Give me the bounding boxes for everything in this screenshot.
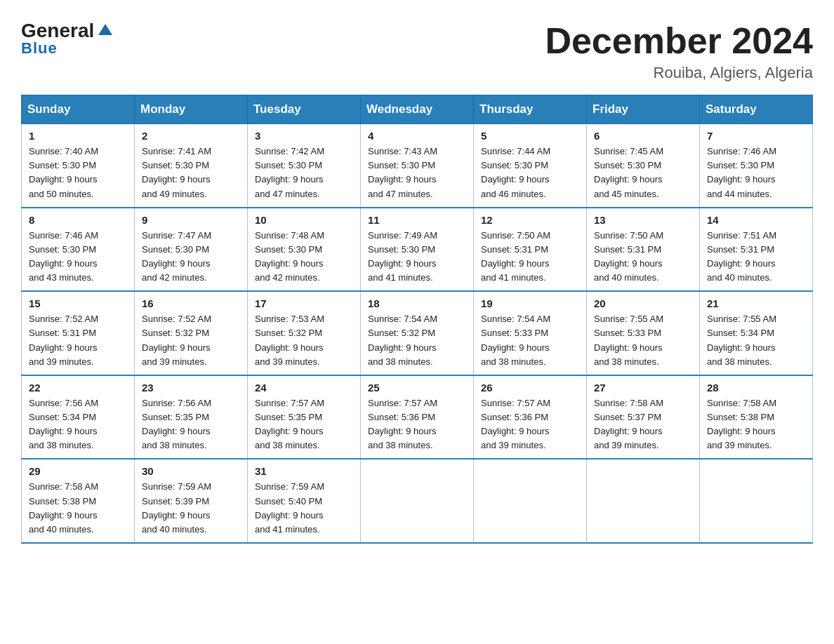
day-number: 5 <box>481 130 579 142</box>
calendar-cell: 31Sunrise: 7:59 AMSunset: 5:40 PMDayligh… <box>248 459 361 543</box>
day-number: 25 <box>368 382 466 394</box>
day-info: Sunrise: 7:52 AMSunset: 5:32 PMDaylight:… <box>142 312 240 369</box>
day-info: Sunrise: 7:46 AMSunset: 5:30 PMDaylight:… <box>29 229 127 286</box>
calendar-cell: 16Sunrise: 7:52 AMSunset: 5:32 PMDayligh… <box>135 291 248 375</box>
col-header-monday: Monday <box>135 95 248 124</box>
col-header-sunday: Sunday <box>22 95 135 124</box>
day-info: Sunrise: 7:54 AMSunset: 5:33 PMDaylight:… <box>481 312 579 369</box>
day-info: Sunrise: 7:46 AMSunset: 5:30 PMDaylight:… <box>707 145 805 201</box>
day-number: 6 <box>594 130 692 142</box>
col-header-friday: Friday <box>587 95 700 124</box>
calendar-cell: 3Sunrise: 7:42 AMSunset: 5:30 PMDaylight… <box>248 124 361 208</box>
day-info: Sunrise: 7:56 AMSunset: 5:35 PMDaylight:… <box>142 396 240 453</box>
day-number: 26 <box>481 382 579 394</box>
calendar-cell: 1Sunrise: 7:40 AMSunset: 5:30 PMDaylight… <box>22 124 135 208</box>
day-number: 16 <box>142 297 240 309</box>
day-number: 27 <box>594 382 692 394</box>
col-header-thursday: Thursday <box>474 95 587 124</box>
day-number: 19 <box>481 297 579 309</box>
calendar-table: SundayMondayTuesdayWednesdayThursdayFrid… <box>21 95 813 544</box>
calendar-cell: 7Sunrise: 7:46 AMSunset: 5:30 PMDaylight… <box>700 124 813 208</box>
day-number: 1 <box>29 130 127 142</box>
day-info: Sunrise: 7:42 AMSunset: 5:30 PMDaylight:… <box>255 145 353 201</box>
day-info: Sunrise: 7:48 AMSunset: 5:30 PMDaylight:… <box>255 229 353 286</box>
calendar-cell: 27Sunrise: 7:58 AMSunset: 5:37 PMDayligh… <box>587 375 700 459</box>
calendar-cell: 26Sunrise: 7:57 AMSunset: 5:36 PMDayligh… <box>474 375 587 459</box>
calendar-cell: 17Sunrise: 7:53 AMSunset: 5:32 PMDayligh… <box>248 291 361 375</box>
day-number: 7 <box>707 130 805 142</box>
day-number: 24 <box>255 382 353 394</box>
calendar-cell: 22Sunrise: 7:56 AMSunset: 5:34 PMDayligh… <box>22 375 135 459</box>
day-info: Sunrise: 7:45 AMSunset: 5:30 PMDaylight:… <box>594 145 692 201</box>
day-number: 30 <box>142 465 240 477</box>
calendar-cell: 29Sunrise: 7:58 AMSunset: 5:38 PMDayligh… <box>22 459 135 543</box>
calendar-cell: 11Sunrise: 7:49 AMSunset: 5:30 PMDayligh… <box>361 208 474 292</box>
calendar-cell: 19Sunrise: 7:54 AMSunset: 5:33 PMDayligh… <box>474 291 587 375</box>
calendar-cell: 15Sunrise: 7:52 AMSunset: 5:31 PMDayligh… <box>22 291 135 375</box>
col-header-saturday: Saturday <box>700 95 813 124</box>
day-info: Sunrise: 7:59 AMSunset: 5:39 PMDaylight:… <box>142 480 240 537</box>
week-row-2: 8Sunrise: 7:46 AMSunset: 5:30 PMDaylight… <box>22 208 813 292</box>
day-number: 17 <box>255 297 353 309</box>
day-number: 10 <box>255 214 353 226</box>
week-row-4: 22Sunrise: 7:56 AMSunset: 5:34 PMDayligh… <box>22 375 813 459</box>
day-info: Sunrise: 7:59 AMSunset: 5:40 PMDaylight:… <box>255 480 353 537</box>
calendar-cell <box>700 459 813 543</box>
logo: General Blue <box>21 21 115 58</box>
calendar-cell: 24Sunrise: 7:57 AMSunset: 5:35 PMDayligh… <box>248 375 361 459</box>
day-info: Sunrise: 7:44 AMSunset: 5:30 PMDaylight:… <box>481 145 579 201</box>
day-info: Sunrise: 7:40 AMSunset: 5:30 PMDaylight:… <box>29 145 127 201</box>
day-info: Sunrise: 7:56 AMSunset: 5:34 PMDaylight:… <box>29 396 127 453</box>
day-number: 31 <box>255 465 353 477</box>
calendar-cell: 5Sunrise: 7:44 AMSunset: 5:30 PMDaylight… <box>474 124 587 208</box>
day-info: Sunrise: 7:58 AMSunset: 5:37 PMDaylight:… <box>594 396 692 453</box>
day-info: Sunrise: 7:55 AMSunset: 5:33 PMDaylight:… <box>594 312 692 369</box>
day-info: Sunrise: 7:57 AMSunset: 5:35 PMDaylight:… <box>255 396 353 453</box>
day-number: 20 <box>594 297 692 309</box>
calendar-cell: 4Sunrise: 7:43 AMSunset: 5:30 PMDaylight… <box>361 124 474 208</box>
logo-general-text: General <box>21 21 94 41</box>
calendar-cell <box>587 459 700 543</box>
day-number: 13 <box>594 214 692 226</box>
day-number: 22 <box>29 382 127 394</box>
day-info: Sunrise: 7:58 AMSunset: 5:38 PMDaylight:… <box>29 480 127 537</box>
calendar-cell: 2Sunrise: 7:41 AMSunset: 5:30 PMDaylight… <box>135 124 248 208</box>
svg-marker-0 <box>98 24 112 35</box>
day-info: Sunrise: 7:47 AMSunset: 5:30 PMDaylight:… <box>142 229 240 286</box>
location-text: Rouiba, Algiers, Algeria <box>545 64 813 82</box>
day-number: 15 <box>29 297 127 309</box>
logo-triangle-icon <box>95 20 115 39</box>
calendar-cell: 23Sunrise: 7:56 AMSunset: 5:35 PMDayligh… <box>135 375 248 459</box>
day-info: Sunrise: 7:41 AMSunset: 5:30 PMDaylight:… <box>142 145 240 201</box>
day-number: 28 <box>707 382 805 394</box>
day-number: 11 <box>368 214 466 226</box>
calendar-cell: 25Sunrise: 7:57 AMSunset: 5:36 PMDayligh… <box>361 375 474 459</box>
col-header-tuesday: Tuesday <box>248 95 361 124</box>
calendar-cell: 14Sunrise: 7:51 AMSunset: 5:31 PMDayligh… <box>700 208 813 292</box>
day-info: Sunrise: 7:57 AMSunset: 5:36 PMDaylight:… <box>368 396 466 453</box>
calendar-cell: 20Sunrise: 7:55 AMSunset: 5:33 PMDayligh… <box>587 291 700 375</box>
day-number: 3 <box>255 130 353 142</box>
week-row-3: 15Sunrise: 7:52 AMSunset: 5:31 PMDayligh… <box>22 291 813 375</box>
calendar-cell: 21Sunrise: 7:55 AMSunset: 5:34 PMDayligh… <box>700 291 813 375</box>
day-info: Sunrise: 7:54 AMSunset: 5:32 PMDaylight:… <box>368 312 466 369</box>
month-title: December 2024 <box>545 21 813 61</box>
col-header-wednesday: Wednesday <box>361 95 474 124</box>
page-header: General Blue December 2024 Rouiba, Algie… <box>21 21 813 82</box>
day-number: 9 <box>142 214 240 226</box>
day-info: Sunrise: 7:49 AMSunset: 5:30 PMDaylight:… <box>368 229 466 286</box>
day-info: Sunrise: 7:50 AMSunset: 5:31 PMDaylight:… <box>481 229 579 286</box>
day-number: 29 <box>29 465 127 477</box>
logo-blue-text: Blue <box>21 39 58 58</box>
calendar-cell: 10Sunrise: 7:48 AMSunset: 5:30 PMDayligh… <box>248 208 361 292</box>
calendar-cell: 13Sunrise: 7:50 AMSunset: 5:31 PMDayligh… <box>587 208 700 292</box>
calendar-cell: 6Sunrise: 7:45 AMSunset: 5:30 PMDaylight… <box>587 124 700 208</box>
calendar-cell: 28Sunrise: 7:58 AMSunset: 5:38 PMDayligh… <box>700 375 813 459</box>
day-info: Sunrise: 7:57 AMSunset: 5:36 PMDaylight:… <box>481 396 579 453</box>
day-info: Sunrise: 7:55 AMSunset: 5:34 PMDaylight:… <box>707 312 805 369</box>
calendar-cell <box>361 459 474 543</box>
day-info: Sunrise: 7:53 AMSunset: 5:32 PMDaylight:… <box>255 312 353 369</box>
day-number: 12 <box>481 214 579 226</box>
calendar-header-row: SundayMondayTuesdayWednesdayThursdayFrid… <box>22 95 813 124</box>
day-number: 23 <box>142 382 240 394</box>
